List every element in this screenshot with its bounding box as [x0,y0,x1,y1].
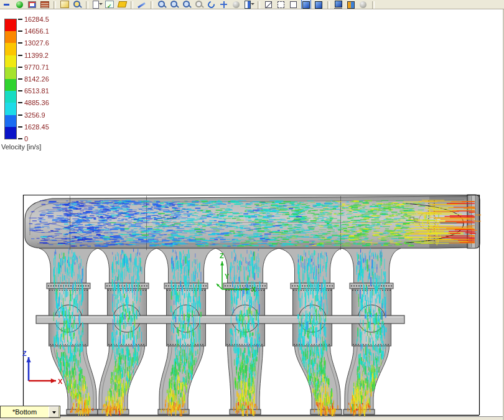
toolbar-grip-icon[interactable] [3,0,12,9]
section-page-icon[interactable] [245,0,253,9]
legend-tick [18,126,22,128]
legend-segment [5,55,16,67]
legend-tick [18,67,22,68]
toolbar-separator [327,1,330,9]
toolbar-separator [258,1,260,9]
legend-segment [5,127,16,139]
legend-tick [18,55,22,56]
wireframe-icon[interactable] [264,0,273,9]
texture-brick-icon[interactable] [40,0,49,9]
application-window: 16284.514656.113027.611399.29770.718142.… [0,0,504,420]
legend-tick [18,42,22,44]
legend-value: 16284.5 [24,16,49,23]
toolbar-separator [54,1,56,9]
toolbar-separator [86,1,88,9]
legend-value: 13027.6 [24,39,49,47]
highlight-pen-icon[interactable] [138,0,146,9]
legend-tick [18,138,22,139]
shaded-icon[interactable] [314,0,323,9]
legend-segment [5,43,16,55]
zoom-area-icon[interactable] [182,0,191,9]
section-view-icon[interactable] [347,0,355,9]
legend-value: 3256.9 [24,111,45,119]
legend-tick [18,102,22,103]
legend-value: 6513.81 [24,87,49,95]
legend-value: 11399.2 [24,52,49,59]
toolbar-separator [131,1,133,9]
pan-icon[interactable] [220,0,228,9]
zoom-out-icon[interactable] [170,0,179,9]
sketch-notebook-icon[interactable] [60,0,69,9]
annotation-tag-icon[interactable] [118,0,126,9]
legend-segment [5,19,16,31]
legend-value: 0 [24,135,28,142]
legend-tick [18,30,22,32]
shadow-view-icon[interactable] [334,0,343,9]
status-bar [0,416,504,420]
legend-segment [5,115,16,127]
legend-segment [5,31,16,43]
legend-tick [18,78,22,80]
perspective-disabled-icon[interactable] [359,0,368,9]
legend-value: 9770.71 [24,63,49,71]
drawing-page-icon[interactable] [93,0,101,9]
rotate-view-icon[interactable] [207,0,216,9]
main-toolbar [0,0,504,9]
standard-views-disabled-icon[interactable] [232,0,241,9]
legend-title: Velocity [in/s] [1,143,41,151]
legend-tick [18,90,22,91]
combo-dropdown-button[interactable] [49,406,59,418]
legend-tick [18,114,22,116]
legend-segment [5,67,16,79]
shaded-with-edges-icon[interactable] [302,0,310,9]
image-check-icon[interactable] [105,0,114,9]
legend-segment [5,79,16,91]
legend-value: 4885.36 [24,99,49,106]
toolbar-separator [151,1,153,9]
legend-value: 14656.1 [24,27,49,35]
hidden-lines-visible-icon[interactable] [277,0,286,9]
view-orientation-combo[interactable]: *Bottom [0,406,60,418]
legend-segment [5,103,16,114]
legend-segment [5,91,16,103]
appearance-palette-icon[interactable] [28,0,37,9]
chevron-down-icon [52,411,56,416]
toolbar-separator [372,1,375,9]
legend-value: 8142.26 [24,75,49,83]
view-combo-value[interactable]: *Bottom [1,408,49,416]
flow-simulation-viewport[interactable] [0,0,504,420]
velocity-color-legend: 16284.514656.113027.611399.29770.718142.… [1,15,75,156]
legend-value: 1628.45 [24,123,49,131]
zoom-selection-icon[interactable] [73,0,82,9]
legend-tick [18,19,22,20]
render-quality-icon[interactable] [16,0,24,9]
legend-color-bar [4,19,17,139]
hidden-lines-removed-icon[interactable] [289,0,298,9]
zoom-in-icon[interactable] [157,0,166,9]
zoom-fit-disabled-icon[interactable] [195,0,203,9]
